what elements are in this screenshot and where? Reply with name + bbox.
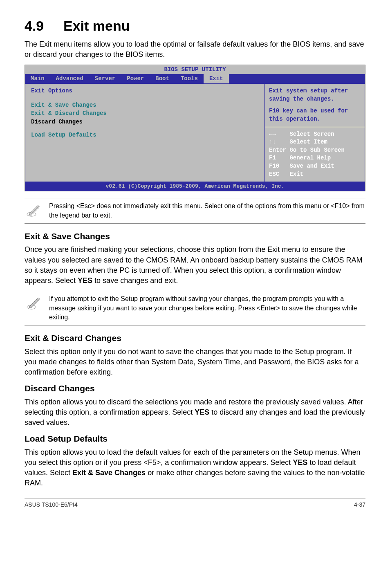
bios-screenshot: BIOS SETUP UTILITY Main Advanced Server … (25, 65, 365, 191)
bios-key-esc: ESC Exit (269, 171, 361, 179)
note-text-2: If you attempt to exit the Setup program… (49, 294, 365, 322)
section-number: 4.9 (25, 16, 63, 36)
bios-help-line1: Exit system setup after saving the chang… (269, 87, 361, 103)
footer-right: 4-37 (354, 501, 365, 509)
bios-body: Exit Options Exit & Save Changes Exit & … (25, 83, 365, 182)
paragraph-discard: This option allows you to discard the se… (25, 397, 365, 428)
bios-help-line2: F10 key can be used for this operation. (269, 107, 361, 123)
svg-line-3 (31, 206, 39, 214)
paragraph-exit-discard: Select this option only if you do not wa… (25, 347, 365, 378)
bios-left-pane: Exit Options Exit & Save Changes Exit & … (25, 83, 265, 182)
footer-left: ASUS TS100-E6/PI4 (25, 501, 78, 509)
bios-title: BIOS SETUP UTILITY (25, 65, 365, 74)
subheading-exit-discard: Exit & Discard Changes (25, 332, 365, 344)
pencil-icon (25, 294, 49, 311)
bios-right-pane: Exit system setup after saving the chang… (265, 83, 365, 182)
page-footer: ASUS TS100-E6/PI4 4-37 (25, 498, 365, 509)
bios-opt-exit-discard: Exit & Discard Changes (31, 110, 259, 118)
bios-tab-advanced: Advanced (50, 74, 89, 84)
bios-key-f10: F10 Save and Exit (269, 162, 361, 171)
bios-tab-main: Main (25, 74, 50, 84)
bios-tab-server: Server (89, 74, 121, 84)
subheading-exit-save: Exit & Save Changes (25, 230, 365, 242)
subheading-discard: Discard Changes (25, 382, 365, 394)
page-heading: 4.9Exit menu (25, 16, 365, 36)
bios-tab-tools: Tools (175, 74, 204, 84)
bios-tab-exit: Exit (204, 74, 229, 84)
bios-footer: v02.61 (C)Copyright 1985-2009, American … (25, 182, 365, 191)
svg-line-8 (31, 298, 39, 307)
bios-opt-load-defaults: Load Setup Defaults (31, 131, 259, 139)
bios-key-leftright: ←→ Select Screen (269, 130, 361, 139)
bios-opt-discard: Discard Changes (31, 118, 259, 126)
pencil-icon (25, 202, 49, 218)
bios-key-f1: F1 General Help (269, 154, 361, 162)
section-title: Exit menu (63, 18, 130, 34)
paragraph-exit-save: Once you are finished making your select… (25, 245, 365, 286)
note-text-1: Pressing <Esc> does not immediately exit… (49, 202, 365, 220)
bios-tab-power: Power (121, 74, 150, 84)
bios-tab-bar: Main Advanced Server Power Boot Tools Ex… (25, 74, 365, 84)
note-box-1: Pressing <Esc> does not immediately exit… (25, 198, 365, 224)
bios-group-title: Exit Options (31, 87, 259, 95)
bios-opt-exit-save: Exit & Save Changes (31, 101, 259, 110)
subheading-load-defaults: Load Setup Defaults (25, 433, 365, 444)
bios-tab-boot: Boot (150, 74, 175, 84)
intro-paragraph: The Exit menu items allow you to load th… (25, 39, 365, 60)
paragraph-load-defaults: This option allows you to load the defau… (25, 447, 365, 489)
bios-help-pane: Exit system setup after saving the chang… (265, 84, 365, 127)
bios-key-updown: ↑↓ Select Item (269, 138, 361, 146)
bios-keys-pane: ←→ Select Screen ↑↓ Select Item Enter Go… (265, 127, 365, 182)
note-box-2: If you attempt to exit the Setup program… (25, 291, 365, 325)
bios-key-enter: Enter Go to Sub Screen (269, 146, 361, 155)
